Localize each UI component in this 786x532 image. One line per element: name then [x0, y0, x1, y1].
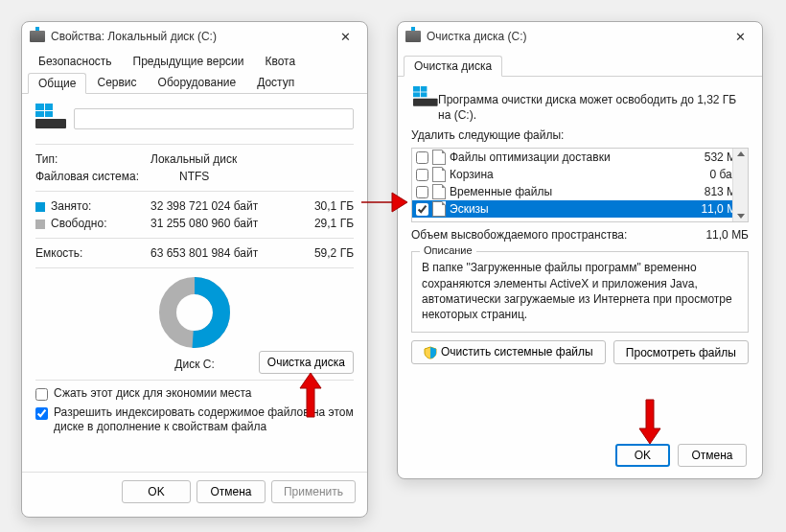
tab-sharing[interactable]: Доступ — [246, 72, 305, 93]
file-checkbox[interactable] — [416, 169, 428, 181]
capacity-label: Емкость: — [35, 246, 150, 260]
used-bytes: 32 398 721 024 байт — [150, 199, 306, 213]
titlebar: Очистка диска (C:) ✕ — [398, 22, 762, 51]
arrow-up-icon — [298, 371, 323, 419]
drive-name-input[interactable] — [74, 108, 354, 129]
filelist-label: Удалить следующие файлы: — [411, 128, 749, 142]
ok-button[interactable]: OK — [122, 480, 191, 503]
file-name: Эскизы — [450, 202, 682, 216]
file-name: Корзина — [450, 168, 682, 181]
file-icon — [432, 167, 446, 182]
tab-hardware[interactable]: Оборудование — [148, 72, 247, 93]
free-bytes: 31 255 080 960 байт — [150, 217, 306, 230]
view-files-button[interactable]: Просмотреть файлы — [613, 340, 749, 364]
tabstrip-top: Безопасность Предыдущие версии Квота — [22, 51, 367, 72]
gain-label: Объем высвобождаемого пространства: — [411, 228, 682, 242]
fs-label: Файловая система: — [35, 170, 179, 183]
drive-icon — [413, 86, 444, 111]
file-row[interactable]: Корзина0 байт — [412, 166, 748, 183]
free-color-icon — [35, 220, 45, 229]
file-icon — [432, 184, 446, 199]
file-row[interactable]: Эскизы11,0 МБ — [412, 200, 748, 218]
close-icon[interactable]: ✕ — [331, 30, 359, 44]
ok-button[interactable]: OK — [615, 444, 670, 467]
tab-body: Программа очистки диска может освободить… — [398, 77, 762, 374]
file-row[interactable]: Временные файлы813 МБ — [412, 183, 748, 200]
free-label: Свободно: — [35, 217, 150, 230]
dialog-buttons: OK Отмена Применить — [22, 472, 367, 511]
scrollbar[interactable] — [732, 149, 748, 221]
tab-quota[interactable]: Квота — [254, 51, 306, 72]
usage-donut-icon — [156, 274, 233, 351]
description-legend: Описание — [420, 244, 476, 256]
used-color-icon — [35, 202, 45, 212]
clean-system-files-button[interactable]: Очистить системные файлы — [411, 340, 606, 364]
tab-general[interactable]: Общие — [28, 73, 86, 94]
file-icon — [432, 201, 446, 217]
file-name: Файлы оптимизации доставки — [450, 150, 682, 164]
gain-value: 11,0 МБ — [682, 228, 749, 242]
drive-icon — [30, 29, 45, 44]
cleanup-note: Программа очистки диска может освободить… — [438, 92, 749, 123]
properties-window: Свойства: Локальный диск (C:) ✕ Безопасн… — [21, 21, 368, 518]
apply-button[interactable]: Применить — [271, 480, 356, 503]
file-checkbox[interactable] — [416, 186, 428, 198]
drive-caption: Диск C: — [174, 358, 214, 371]
tabstrip: Очистка диска — [398, 51, 762, 77]
cancel-button[interactable]: Отмена — [196, 480, 266, 503]
disk-cleanup-icon — [405, 29, 421, 44]
capacity-gb: 59,2 ГБ — [306, 246, 354, 260]
drive-big-icon — [35, 104, 66, 134]
tab-previous-versions[interactable]: Предыдущие версии — [123, 51, 255, 72]
disk-cleanup-window: Очистка диска (C:) ✕ Очистка диска Прогр… — [397, 21, 763, 479]
tab-disk-cleanup[interactable]: Очистка диска — [404, 56, 502, 77]
titlebar: Свойства: Локальный диск (C:) ✕ — [22, 22, 367, 51]
fs-value: NTFS — [179, 170, 354, 183]
description-text: В папке "Загруженные файлы программ" вре… — [422, 260, 738, 322]
close-icon[interactable]: ✕ — [726, 30, 754, 44]
arrow-down-icon — [637, 398, 662, 446]
shield-icon — [424, 346, 437, 359]
description-group: Описание В папке "Загруженные файлы прог… — [411, 251, 749, 333]
dialog-buttons: OK Отмена — [615, 444, 747, 467]
type-label: Тип: — [35, 152, 150, 166]
window-title: Свойства: Локальный диск (C:) — [51, 30, 331, 43]
capacity-bytes: 63 653 801 984 байт — [150, 246, 306, 260]
file-row[interactable]: Файлы оптимизации доставки532 МБ — [412, 149, 748, 166]
arrow-right-icon — [359, 188, 409, 217]
window-title: Очистка диска (C:) — [427, 30, 726, 43]
file-checkbox[interactable] — [416, 151, 428, 164]
file-checkbox[interactable] — [416, 203, 428, 216]
type-value: Локальный диск — [150, 152, 354, 166]
free-gb: 29,1 ГБ — [306, 217, 354, 230]
file-name: Временные файлы — [450, 185, 682, 198]
tab-security[interactable]: Безопасность — [28, 51, 123, 72]
file-list[interactable]: Файлы оптимизации доставки532 МБКорзина0… — [411, 148, 749, 222]
file-icon — [432, 150, 446, 165]
used-gb: 30,1 ГБ — [306, 199, 354, 213]
tabstrip-bottom: Общие Сервис Оборудование Доступ — [22, 72, 367, 94]
used-label: Занято: — [35, 199, 150, 213]
tab-tools[interactable]: Сервис — [86, 72, 147, 93]
cancel-button[interactable]: Отмена — [678, 444, 747, 467]
